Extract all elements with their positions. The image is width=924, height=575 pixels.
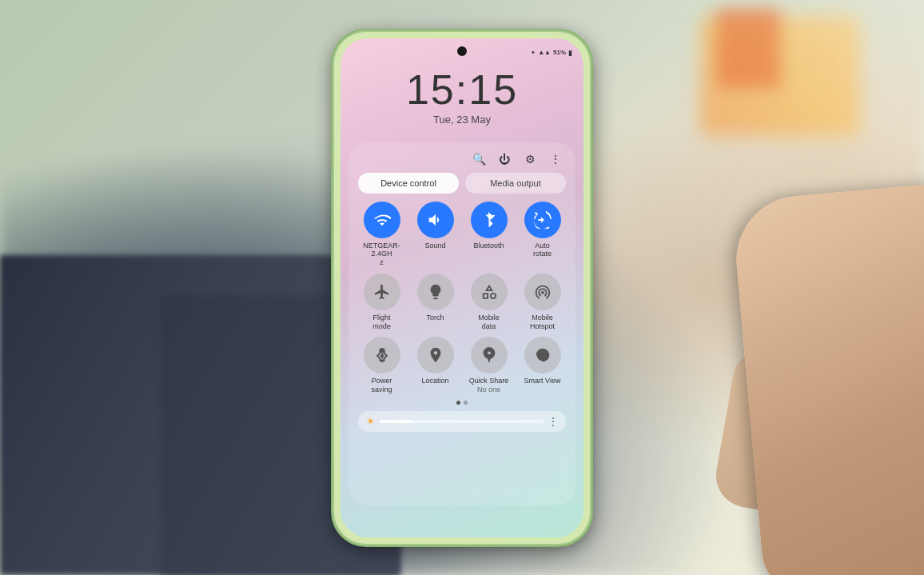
toggle-bluetooth[interactable]: Bluetooth: [465, 202, 512, 267]
toggle-quickshare[interactable]: Quick ShareNo one: [465, 337, 512, 394]
date-display: Tue, 23 May: [341, 114, 583, 126]
time-area: 15:15 Tue, 23 May: [341, 69, 583, 126]
settings-icon[interactable]: ⚙: [523, 152, 537, 166]
more-dots-icon[interactable]: ⋮: [548, 416, 558, 427]
smartview-toggle-circle: [524, 337, 561, 373]
autorotate-label: Autorotate: [533, 242, 552, 259]
toggle-grid-row2: Flightmode Torch: [358, 274, 566, 331]
toggle-autorotate[interactable]: Autorotate: [519, 202, 566, 267]
wifi-toggle-circle: [364, 202, 400, 238]
brightness-control[interactable]: ☀ ⋮: [358, 411, 566, 432]
location-label: Location: [421, 377, 448, 385]
location-toggle-circle: [417, 337, 454, 373]
wifi-label: NETGEAR-2.4GHz: [358, 242, 405, 267]
toggle-location[interactable]: Location: [412, 337, 459, 394]
powersaving-toggle-circle: [364, 337, 400, 373]
toggle-powersaving[interactable]: Powersaving: [358, 337, 405, 394]
toggle-torch[interactable]: Torch: [412, 274, 459, 331]
front-camera: [457, 46, 467, 56]
panel-top-icons: 🔍 ⏻ ⚙ ⋮: [358, 152, 566, 166]
toggle-grid-row1: NETGEAR-2.4GHz Sound: [358, 202, 566, 267]
phone-screen: ✦ ▲▲ 51% ▮ 15:15 Tue, 23 May 🔍 ⏻ ⚙ ⋮: [341, 38, 583, 537]
status-icons: ✦ ▲▲ 51% ▮: [531, 49, 572, 57]
search-icon[interactable]: 🔍: [472, 152, 486, 166]
background-object-red: [716, 8, 780, 88]
phone-body: ✦ ▲▲ 51% ▮ 15:15 Tue, 23 May 🔍 ⏻ ⚙ ⋮: [334, 32, 590, 544]
sound-label: Sound: [424, 242, 445, 250]
sound-toggle-circle: [417, 202, 454, 238]
autorotate-toggle-circle: [524, 202, 561, 238]
dot-1: [456, 401, 460, 405]
dot-2: [464, 401, 468, 405]
time-display: 15:15: [341, 69, 583, 110]
quickshare-toggle-circle: [471, 337, 508, 373]
more-menu-icon[interactable]: ⋮: [548, 152, 563, 166]
toggle-hotspot[interactable]: MobileHotspot: [519, 274, 566, 331]
mobiledata-label: Mobiledata: [478, 313, 500, 331]
hand-overlay: [731, 182, 924, 575]
mobiledata-toggle-circle: [471, 274, 508, 310]
bluetooth-status-icon: ✦: [531, 50, 536, 56]
toggle-grid-row3: Powersaving Location: [358, 337, 566, 394]
media-output-button[interactable]: Media output: [465, 173, 566, 194]
pagination-dots: [358, 401, 566, 405]
hotspot-toggle-circle: [524, 274, 561, 310]
toggle-mobiledata[interactable]: Mobiledata: [465, 274, 512, 331]
hotspot-label: MobileHotspot: [530, 313, 555, 331]
device-control-button[interactable]: Device control: [358, 173, 459, 194]
brightness-fill: [380, 420, 412, 423]
brightness-bar: [380, 420, 544, 423]
toggle-smartview[interactable]: Smart View: [519, 337, 566, 394]
quickshare-label: Quick ShareNo one: [469, 377, 509, 394]
bluetooth-label: Bluetooth: [473, 242, 504, 250]
toggle-sound[interactable]: Sound: [412, 202, 459, 267]
toggle-wifi[interactable]: NETGEAR-2.4GHz: [358, 202, 405, 267]
torch-label: Torch: [426, 313, 444, 322]
flight-toggle-circle: [364, 274, 400, 310]
toggle-flight[interactable]: Flightmode: [358, 274, 405, 331]
switch-buttons: Device control Media output: [358, 173, 566, 194]
battery-percent: 51%: [553, 49, 566, 56]
wifi-status-icon: ▲▲: [538, 49, 551, 56]
bluetooth-toggle-circle: [471, 202, 508, 238]
smartview-label: Smart View: [524, 377, 561, 385]
flight-label: Flightmode: [372, 313, 391, 331]
phone-wrapper: ✦ ▲▲ 51% ▮ 15:15 Tue, 23 May 🔍 ⏻ ⚙ ⋮: [334, 32, 590, 544]
torch-toggle-circle: [417, 274, 454, 310]
power-icon[interactable]: ⏻: [497, 152, 512, 166]
powersaving-label: Powersaving: [371, 377, 392, 394]
brightness-icon: ☀: [366, 416, 375, 427]
battery-icon: ▮: [568, 49, 572, 57]
quick-settings-panel: 🔍 ⏻ ⚙ ⋮ Device control Media output: [348, 142, 576, 505]
